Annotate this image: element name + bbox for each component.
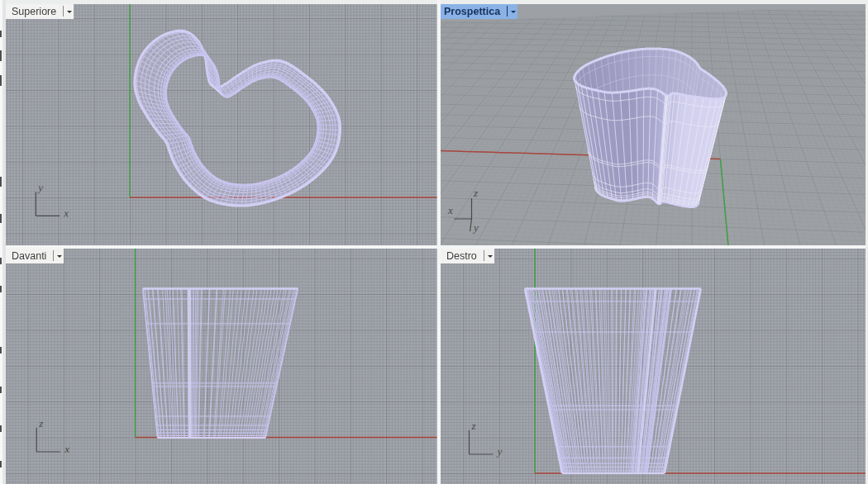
svg-text:y: y (495, 445, 502, 458)
svg-text:y: y (36, 181, 43, 193)
svg-text:z: z (470, 420, 475, 432)
svg-text:y: y (471, 221, 478, 234)
svg-text:x: x (63, 206, 69, 219)
svg-text:z: z (38, 417, 43, 429)
svg-text:x: x (64, 443, 69, 455)
svg-text:x: x (446, 204, 452, 216)
svg-text:z: z (472, 187, 477, 199)
